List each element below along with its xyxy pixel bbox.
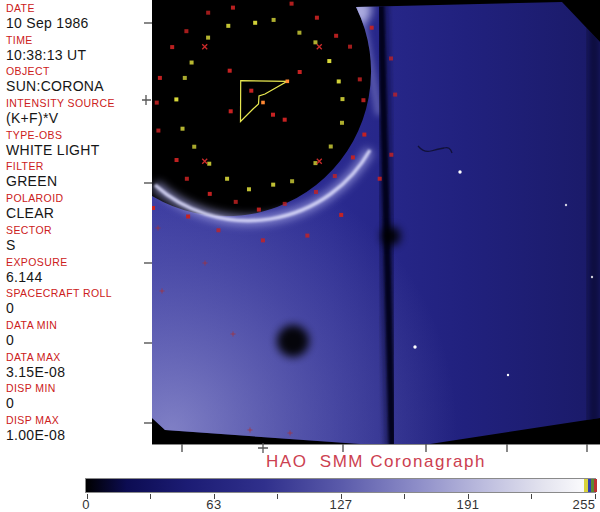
mid-red-ring-dot xyxy=(283,202,287,206)
metadata-field: DISP MIN0 xyxy=(6,382,151,414)
inner-yellow-ring-dot xyxy=(271,183,275,187)
field-label: EXPOSURE xyxy=(6,256,151,269)
field-label: DISP MAX xyxy=(6,414,151,427)
field-value: (K+F)*V xyxy=(6,110,151,127)
inner-yellow-ring-dot xyxy=(225,177,229,181)
inner-yellow-ring-dot xyxy=(192,145,196,149)
mid-red-ring-dot xyxy=(361,98,365,102)
white-speck xyxy=(458,170,461,173)
colorbar-tick xyxy=(341,494,342,499)
inner-yellow-ring-dot xyxy=(247,187,251,191)
mid-red-ring-dot xyxy=(334,34,338,38)
field-label: POLAROID xyxy=(6,192,151,205)
colorbar-overlay-stripe xyxy=(591,479,594,492)
outer-red-ring-dot xyxy=(261,238,265,242)
inner-yellow-ring-dot xyxy=(340,121,344,125)
white-speck xyxy=(507,374,509,376)
metadata-field: TIME10:38:13 UT xyxy=(6,34,151,66)
extra-red-dot xyxy=(151,206,155,210)
colorbar-tick xyxy=(531,494,532,499)
field-value: 1.00E-08 xyxy=(6,427,151,444)
field-label: SPACECRAFT ROLL xyxy=(6,287,151,300)
outer-red-ring-dot xyxy=(305,234,309,238)
outer-red-ring-dot xyxy=(370,26,374,30)
field-label: OBJECT xyxy=(6,65,151,78)
colorbar-label: 0 xyxy=(82,497,90,512)
field-label: DATA MIN xyxy=(6,319,151,332)
left-cross-fiducial xyxy=(142,95,151,105)
field-value: 0 xyxy=(6,395,151,412)
colorbar-label: 255 xyxy=(572,497,595,512)
mid-red-ring-dot xyxy=(158,76,162,80)
mid-red-ring-dot xyxy=(170,45,174,49)
field-value: 10:38:13 UT xyxy=(6,47,151,64)
colorbar-tick xyxy=(595,494,596,499)
white-speck xyxy=(413,345,416,348)
outer-red-ring-dot xyxy=(389,153,393,157)
outer-red-ring-dot xyxy=(186,215,190,219)
colorbar-overlay-stripe xyxy=(594,479,597,492)
outer-red-ring-dot xyxy=(393,93,397,97)
colorbar-label: 191 xyxy=(456,497,479,512)
field-label: DATE xyxy=(6,2,151,15)
metadata-field: EXPOSURE6.144 xyxy=(6,256,151,288)
field-value: 6.144 xyxy=(6,269,151,286)
colorbar xyxy=(85,478,596,493)
metadata-field: FILTERGREEN xyxy=(6,160,151,192)
inner-yellow-ring-dot xyxy=(297,31,301,35)
inner-yellow-ring-dot xyxy=(329,145,333,149)
outer-red-ring-dot xyxy=(339,213,343,217)
metadata-field: DATA MAX3.15E-08 xyxy=(6,351,151,383)
dark-blob xyxy=(382,227,401,246)
colorbar-tick xyxy=(468,494,469,499)
field-value: 0 xyxy=(6,332,151,349)
outer-red-ring-dot xyxy=(378,177,382,181)
extra-red-dot xyxy=(298,70,302,74)
mid-red-ring-dot xyxy=(315,16,319,20)
inner-yellow-ring-dot xyxy=(207,162,211,166)
field-value: 3.15E-08 xyxy=(6,364,151,381)
field-value: 10 Sep 1986 xyxy=(6,15,151,32)
metadata-field: SPACECRAFT ROLL0 xyxy=(6,287,151,319)
inner-yellow-ring-dot xyxy=(190,61,194,65)
field-value: S xyxy=(6,237,151,254)
field-label: SECTOR xyxy=(6,224,151,237)
mid-red-ring-dot xyxy=(184,29,188,33)
inner-yellow-ring-dot xyxy=(290,179,294,183)
mid-red-ring-dot xyxy=(348,45,352,49)
mid-red-ring-dot xyxy=(155,101,159,105)
inner-yellow-ring-dot xyxy=(183,76,187,80)
vertical-dark-band xyxy=(381,4,392,446)
orange-marker xyxy=(261,101,265,105)
field-value: CLEAR xyxy=(6,205,151,222)
field-label: INTENSITY SOURCE xyxy=(6,97,151,110)
mid-red-ring-dot xyxy=(175,158,179,162)
colorbar-overlay-stripe xyxy=(584,479,588,492)
mid-red-ring-dot xyxy=(314,190,318,194)
orange-marker xyxy=(286,80,290,84)
metadata-field: SECTORS xyxy=(6,224,151,256)
extra-red-dot xyxy=(283,118,287,122)
colorbar-label: 63 xyxy=(206,497,221,512)
extra-red-dot xyxy=(229,109,233,113)
field-value: WHITE LIGHT xyxy=(6,142,151,159)
colorbar-tick xyxy=(214,494,215,499)
metadata-field: OBJECTSUN:CORONA xyxy=(6,65,151,97)
metadata-field: POLAROIDCLEAR xyxy=(6,192,151,224)
right-dark-column xyxy=(588,0,600,458)
inner-yellow-ring-dot xyxy=(226,24,230,28)
field-label: FILTER xyxy=(6,160,151,173)
metadata-field: INTENSITY SOURCE(K+F)*V xyxy=(6,97,151,129)
extra-red-dot xyxy=(228,69,232,73)
mid-red-ring-dot xyxy=(351,155,355,159)
field-value: 0 xyxy=(6,300,151,317)
mid-red-ring-dot xyxy=(206,11,210,15)
mid-red-ring-dot xyxy=(290,2,294,6)
inner-yellow-ring-dot xyxy=(174,97,178,101)
inner-yellow-ring-dot xyxy=(337,79,341,83)
image-caption: HAO SMM Coronagraph xyxy=(152,452,600,474)
metadata-field: DATE10 Sep 1986 xyxy=(6,2,151,34)
field-value: GREEN xyxy=(6,173,151,190)
inner-yellow-ring-dot xyxy=(272,18,276,22)
field-label: DISP MIN xyxy=(6,382,151,395)
